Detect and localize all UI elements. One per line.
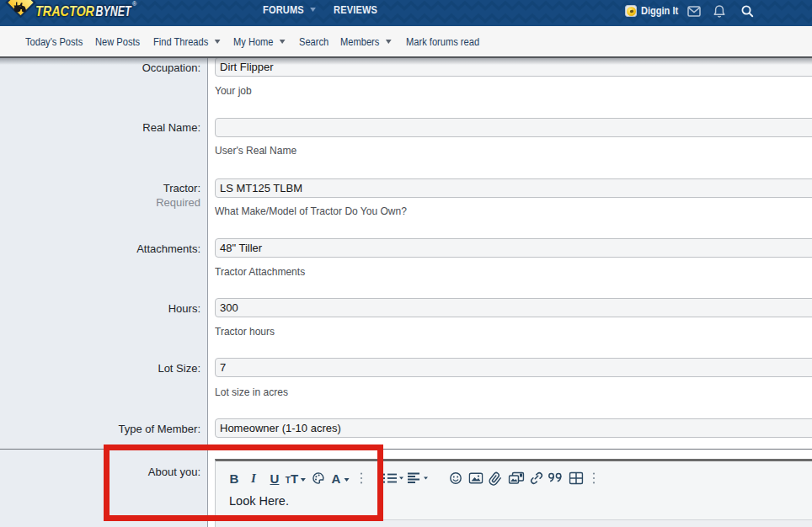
svg-text:TRACTOR: TRACTOR [35, 3, 94, 19]
svg-text:®: ® [132, 1, 137, 7]
svg-text:BYNET: BYNET [96, 3, 132, 19]
